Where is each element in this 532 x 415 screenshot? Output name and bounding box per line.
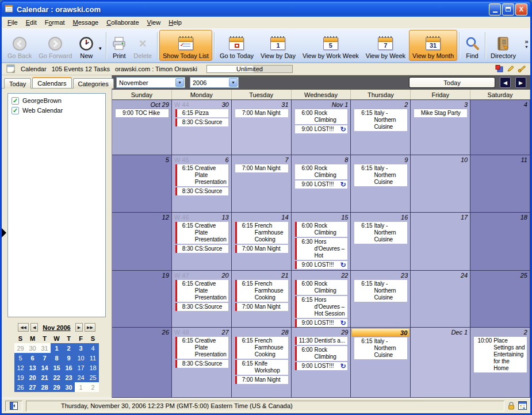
menu-edit[interactable]: Edit — [22, 17, 41, 28]
directory-button[interactable]: Directory — [487, 30, 519, 61]
event[interactable]: 6:15French Farmhouse Cooking — [235, 222, 288, 244]
mini-calendar-day[interactable]: 5 — [14, 353, 26, 363]
event[interactable]: 6:00Rock Climbing — [295, 280, 348, 295]
mini-calendar-day[interactable]: 13 — [26, 363, 39, 372]
minimize-button[interactable] — [489, 3, 501, 16]
event[interactable]: 8:30CS:Source — [175, 187, 228, 195]
event[interactable]: 9:00LOST!!!↻ — [295, 261, 348, 269]
event[interactable]: 6:15Hors d'Oeuvres – Hot Session — [295, 296, 348, 318]
mini-calendar-day[interactable]: 3 — [75, 343, 87, 353]
mini-calendar-day[interactable]: 17 — [75, 363, 87, 372]
day-cell-26[interactable]: 26 — [112, 328, 172, 397]
checkbox-checked-icon[interactable]: ✓ — [12, 107, 19, 114]
chevron-down-icon[interactable]: ▼ — [229, 78, 238, 87]
mini-calendar-day[interactable]: 20 — [26, 372, 39, 382]
menu-format[interactable]: Format — [41, 17, 69, 28]
menu-collaborate[interactable]: Collaborate — [102, 17, 143, 28]
mini-calendar-day[interactable]: 8 — [51, 353, 63, 363]
chevron-down-icon[interactable]: ▼ — [175, 78, 184, 87]
mini-calendar-day[interactable]: 28 — [39, 382, 51, 392]
day-cell-14[interactable]: 146:15French Farmhouse Cooking7:00Man Ni… — [232, 213, 292, 270]
day-cell-11[interactable]: 11 — [470, 155, 530, 213]
event[interactable]: 6:15Italy - Northern Cuisine — [354, 337, 407, 359]
menu-view[interactable]: View — [143, 17, 165, 28]
event[interactable]: 7:00Man Night — [235, 164, 288, 172]
calendar-list-item[interactable]: ✓ GeorgeBrown — [9, 96, 104, 106]
day-cell-24[interactable]: 24 — [411, 271, 470, 328]
mini-calendar-day[interactable]: 30 — [26, 343, 39, 353]
prev-month-arrow-button[interactable]: ◀ — [500, 77, 511, 88]
new-button[interactable]: New — [75, 30, 97, 61]
print-button[interactable]: Print — [108, 30, 130, 61]
tab-calendars[interactable]: Calendars — [32, 77, 71, 88]
day-cell-27[interactable]: W 48276:15Creative Plate Presentation8:3… — [172, 328, 232, 397]
day-cell-22[interactable]: 226:00Rock Climbing6:15Hors d'Oeuvres – … — [292, 271, 351, 328]
event[interactable]: 6:15Pizza — [175, 109, 228, 117]
event[interactable]: 7:00Man Night — [235, 245, 288, 253]
event[interactable]: 6:15French Farmhouse Cooking — [235, 337, 288, 359]
event[interactable]: 8:30CS:Source — [175, 360, 228, 368]
prev-year-button[interactable]: ◀◀ — [18, 323, 29, 332]
event[interactable]: 6:15French Farmhouse Cooking — [235, 280, 288, 302]
event[interactable]: 8:30CS:Source — [175, 245, 228, 253]
day-cell-10[interactable]: 10 — [411, 155, 470, 213]
day-cell-12[interactable]: 12 — [112, 213, 172, 270]
event[interactable]: 9:00TOC Hike — [116, 109, 169, 117]
event[interactable]: 10:00Place Settings and Entertaining for… — [474, 337, 527, 372]
day-cell-6[interactable]: W 4566:15Creative Plate Presentation8:30… — [172, 155, 232, 213]
day-cell-3[interactable]: 3Mike Stag Party — [411, 100, 470, 155]
checkbox-checked-icon[interactable]: ✓ — [12, 97, 19, 105]
layers-icon[interactable] — [495, 65, 503, 74]
view-by-week-button[interactable]: 7 View by Week — [362, 30, 409, 61]
event[interactable]: 9:00LOST!!!↻ — [295, 180, 348, 189]
mini-calendar-day[interactable]: 1 — [75, 382, 87, 392]
day-cell-oct-29[interactable]: Oct 299:00TOC Hike — [112, 100, 172, 155]
mini-calendar-day[interactable]: 26 — [14, 382, 26, 392]
menu-help[interactable]: Help — [164, 17, 186, 28]
event[interactable]: 6:00Rock Climbing — [295, 222, 348, 237]
event[interactable]: 6:15Italy - Northern Cuisine — [354, 164, 407, 186]
mini-calendar-day[interactable]: 22 — [51, 372, 63, 382]
day-cell-19[interactable]: 19 — [112, 271, 172, 328]
new-dropdown-caret[interactable]: ▼ — [98, 46, 102, 51]
sidebar-splitter-handle[interactable] — [2, 228, 6, 237]
tab-categories[interactable]: Categories — [73, 78, 114, 89]
event[interactable]: 6:15Creative Plate Presentation — [175, 164, 228, 186]
next-month-button[interactable]: ▶ — [75, 323, 83, 332]
mini-calendar-day[interactable]: 7 — [39, 353, 51, 363]
day-cell-23[interactable]: 236:15Italy - Northern Cuisine — [351, 271, 411, 328]
mini-calendar-day[interactable]: 31 — [39, 343, 51, 353]
mini-calendar-day[interactable]: 2 — [63, 343, 75, 353]
day-cell-2[interactable]: 26:15Italy - Northern Cuisine — [351, 100, 411, 155]
titlebar[interactable]: Calendar : orawski.com X — [2, 2, 530, 17]
mini-calendar-day[interactable]: 11 — [87, 353, 99, 363]
day-cell-dec-1[interactable]: Dec 1 — [411, 328, 470, 397]
view-by-work-week-button[interactable]: 5 View by Work Week — [299, 30, 362, 61]
event[interactable]: 6:30Hors d'Oeuvres – Hot — [295, 238, 348, 260]
event[interactable]: 11:30Dentist's a... — [295, 337, 348, 345]
mini-calendar-day[interactable]: 2 — [87, 382, 99, 392]
day-cell-13[interactable]: W 46136:15Creative Plate Presentation8:3… — [172, 213, 232, 270]
mini-calendar-day[interactable]: 27 — [26, 382, 39, 392]
mini-calendar-day[interactable]: 30 — [63, 382, 75, 392]
mini-calendar-day[interactable]: 21 — [39, 372, 51, 382]
event[interactable]: 6:00Rock Climbing — [295, 109, 348, 124]
mini-calendar-day[interactable]: 19 — [14, 372, 26, 382]
mini-calendar-day[interactable]: 6 — [26, 353, 39, 363]
mini-calendar-day[interactable]: 10 — [75, 353, 87, 363]
next-year-button[interactable]: ▶▶ — [85, 323, 95, 332]
mini-calendar-day[interactable]: 4 — [87, 343, 99, 353]
day-cell-5[interactable]: 5 — [112, 155, 172, 213]
event[interactable]: 6:15Creative Plate Presentation — [175, 280, 228, 302]
event[interactable]: 7:00Man Night — [235, 376, 288, 384]
mini-calendar-title[interactable]: Nov 2006 — [43, 324, 70, 331]
day-cell-28[interactable]: 286:15French Farmhouse Cooking6:15Knife … — [232, 328, 292, 397]
day-cell-7[interactable]: 77:00Man Night — [232, 155, 292, 213]
mini-calendar-day[interactable]: 9 — [63, 353, 75, 363]
view-by-month-button[interactable]: 31 View by Month — [409, 30, 457, 61]
day-cell-31[interactable]: 317:00Man Night — [232, 100, 292, 155]
find-button[interactable]: Find — [461, 30, 483, 61]
event[interactable]: 8:30CS:Source — [175, 118, 228, 126]
event[interactable]: 9:00LOST!!!↻ — [295, 125, 348, 133]
day-cell-29[interactable]: 2911:30Dentist's a...6:00Rock Climbing9:… — [292, 328, 351, 397]
